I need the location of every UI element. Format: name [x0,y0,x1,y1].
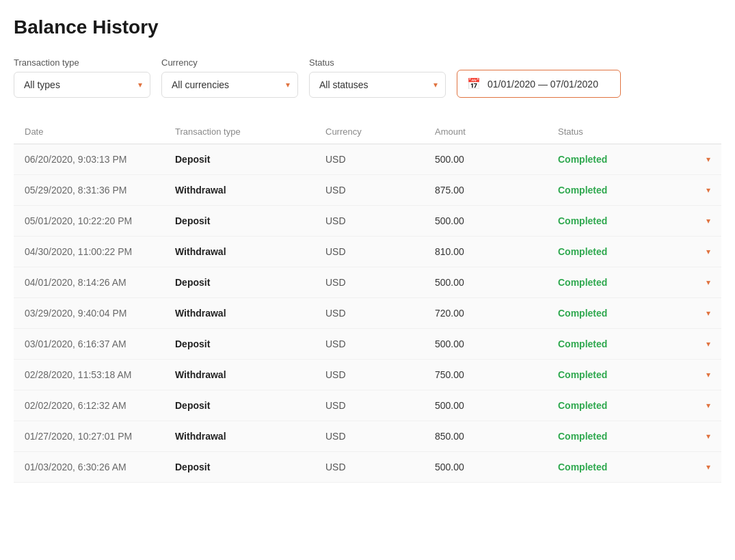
cell-status: Completed [558,338,676,349]
cell-currency: USD [325,185,435,196]
cell-amount: 875.00 [435,185,558,196]
table-row[interactable]: 06/20/2020, 9:03:13 PM Deposit USD 500.0… [14,144,721,175]
table-row[interactable]: 04/30/2020, 11:00:22 PM Withdrawal USD 8… [14,237,721,267]
expand-icon[interactable]: ▾ [676,216,710,226]
calendar-icon: 📅 [467,77,481,90]
transaction-type-select-wrapper: All types Deposit Withdrawal ▾ [14,72,150,98]
col-currency: Currency [325,126,435,137]
cell-currency: USD [325,215,435,226]
cell-status: Completed [558,215,676,226]
cell-status: Completed [558,308,676,319]
date-range-picker[interactable]: 📅 01/01/2020 — 07/01/2020 [457,70,621,98]
expand-icon[interactable]: ▾ [676,339,710,349]
cell-currency: USD [325,277,435,288]
table-row[interactable]: 05/29/2020, 8:31:36 PM Withdrawal USD 87… [14,175,721,206]
cell-type: Withdrawal [175,369,325,380]
expand-icon[interactable]: ▾ [676,401,710,410]
table-row[interactable]: 01/03/2020, 6:30:26 AM Deposit USD 500.0… [14,452,721,483]
cell-currency: USD [325,338,435,349]
cell-amount: 500.00 [435,338,558,349]
status-select[interactable]: All statuses Completed Pending Failed [309,72,446,98]
expand-icon[interactable]: ▾ [676,462,710,472]
cell-status: Completed [558,400,676,411]
cell-status: Completed [558,431,676,442]
expand-icon[interactable]: ▾ [676,278,710,287]
col-status: Status [558,126,676,137]
cell-date: 04/01/2020, 8:14:26 AM [25,277,175,288]
cell-status: Completed [558,277,676,288]
cell-status: Completed [558,246,676,257]
transaction-type-select[interactable]: All types Deposit Withdrawal [14,72,150,98]
transactions-table: Date Transaction type Currency Amount St… [14,120,721,483]
cell-currency: USD [325,400,435,411]
table-row[interactable]: 01/27/2020, 10:27:01 PM Withdrawal USD 8… [14,421,721,452]
cell-type: Withdrawal [175,431,325,442]
cell-amount: 810.00 [435,246,558,257]
cell-type: Withdrawal [175,246,325,257]
currency-filter: Currency All currencies USD EUR ▾ [161,57,298,98]
cell-currency: USD [325,308,435,319]
cell-amount: 500.00 [435,215,558,226]
cell-date: 02/28/2020, 11:53:18 AM [25,369,175,380]
cell-type: Deposit [175,215,325,226]
filters-bar: Transaction type All types Deposit Withd… [14,57,721,98]
currency-label: Currency [161,57,298,68]
col-expand [676,126,710,137]
table-body: 06/20/2020, 9:03:13 PM Deposit USD 500.0… [14,144,721,483]
currency-select[interactable]: All currencies USD EUR [161,72,298,98]
cell-date: 03/01/2020, 6:16:37 AM [25,338,175,349]
cell-status: Completed [558,462,676,472]
cell-type: Deposit [175,462,325,472]
cell-amount: 500.00 [435,154,558,165]
date-range-text: 01/01/2020 — 07/01/2020 [487,79,598,90]
table-row[interactable]: 05/01/2020, 10:22:20 PM Deposit USD 500.… [14,206,721,237]
cell-date: 05/01/2020, 10:22:20 PM [25,215,175,226]
cell-date: 02/02/2020, 6:12:32 AM [25,400,175,411]
expand-icon[interactable]: ▾ [676,247,710,256]
cell-date: 05/29/2020, 8:31:36 PM [25,185,175,196]
col-amount: Amount [435,126,558,137]
expand-icon[interactable]: ▾ [676,431,710,441]
cell-type: Deposit [175,277,325,288]
cell-amount: 850.00 [435,431,558,442]
table-row[interactable]: 04/01/2020, 8:14:26 AM Deposit USD 500.0… [14,267,721,298]
table-row[interactable]: 03/29/2020, 9:40:04 PM Withdrawal USD 72… [14,298,721,329]
cell-type: Withdrawal [175,308,325,319]
currency-select-wrapper: All currencies USD EUR ▾ [161,72,298,98]
expand-icon[interactable]: ▾ [676,185,710,195]
cell-currency: USD [325,154,435,165]
cell-type: Deposit [175,338,325,349]
table-header: Date Transaction type Currency Amount St… [14,120,721,144]
status-select-wrapper: All statuses Completed Pending Failed ▾ [309,72,446,98]
expand-icon[interactable]: ▾ [676,308,710,318]
page-title: Balance History [14,16,721,38]
col-type: Transaction type [175,126,325,137]
cell-date: 03/29/2020, 9:40:04 PM [25,308,175,319]
table-row[interactable]: 02/02/2020, 6:12:32 AM Deposit USD 500.0… [14,390,721,421]
cell-status: Completed [558,185,676,196]
cell-date: 04/30/2020, 11:00:22 PM [25,246,175,257]
cell-amount: 750.00 [435,369,558,380]
cell-status: Completed [558,369,676,380]
cell-currency: USD [325,246,435,257]
cell-amount: 500.00 [435,400,558,411]
transaction-type-filter: Transaction type All types Deposit Withd… [14,57,150,98]
table-row[interactable]: 03/01/2020, 6:16:37 AM Deposit USD 500.0… [14,329,721,360]
cell-type: Deposit [175,154,325,165]
cell-currency: USD [325,369,435,380]
expand-icon[interactable]: ▾ [676,370,710,379]
table-row[interactable]: 02/28/2020, 11:53:18 AM Withdrawal USD 7… [14,360,721,390]
cell-amount: 500.00 [435,462,558,472]
cell-currency: USD [325,431,435,442]
expand-icon[interactable]: ▾ [676,155,710,164]
cell-amount: 500.00 [435,277,558,288]
status-label: Status [309,57,446,68]
cell-amount: 720.00 [435,308,558,319]
col-date: Date [25,126,175,137]
transaction-type-label: Transaction type [14,57,150,68]
cell-date: 06/20/2020, 9:03:13 PM [25,154,175,165]
cell-type: Withdrawal [175,185,325,196]
cell-date: 01/03/2020, 6:30:26 AM [25,462,175,472]
cell-currency: USD [325,462,435,472]
cell-status: Completed [558,154,676,165]
